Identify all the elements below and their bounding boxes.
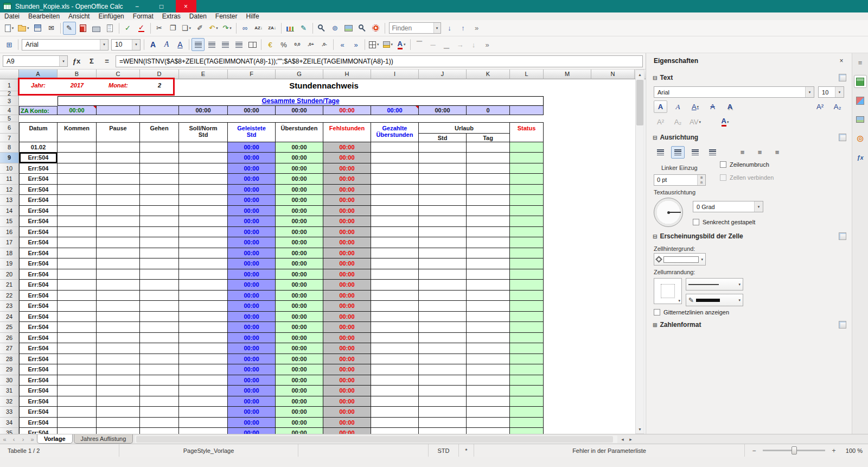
column-header-l[interactable]: L xyxy=(510,70,544,79)
hyperlink-icon[interactable]: ∞ xyxy=(239,22,252,35)
cell-urlaub-tag[interactable] xyxy=(467,206,510,217)
cell-geleistete[interactable]: 00:00 xyxy=(228,185,276,195)
cell-pause[interactable] xyxy=(97,407,140,418)
menu-einfuegen[interactable]: Einfügen xyxy=(94,11,128,21)
row-header[interactable]: 29 xyxy=(0,364,19,375)
cell-fehlstunden[interactable]: 00:00 xyxy=(323,142,371,153)
cell-sum-urlaub-tag[interactable]: 0 xyxy=(467,106,510,115)
cell-gezahlte[interactable] xyxy=(371,364,419,375)
cell-ueberstunden[interactable]: 00:00 xyxy=(276,312,323,323)
cell-urlaub-std[interactable] xyxy=(419,174,467,185)
cell-urlaub-tag[interactable] xyxy=(467,396,510,407)
cell-urlaub-tag[interactable] xyxy=(467,174,510,185)
column-header-e[interactable]: E xyxy=(179,70,228,79)
zoom-out-button[interactable]: − xyxy=(750,447,758,455)
cell-status[interactable] xyxy=(510,280,544,291)
cell-monat-value[interactable]: 2 xyxy=(140,79,179,91)
scroll-down-icon[interactable]: ▼ xyxy=(636,425,644,433)
function-wizard-icon[interactable]: ƒx xyxy=(70,55,83,67)
cell-status[interactable] xyxy=(510,153,544,163)
cell-gezahlte[interactable] xyxy=(371,153,419,163)
italic-button[interactable]: A xyxy=(671,100,685,113)
cell-gezahlte[interactable] xyxy=(371,291,419,301)
row-header[interactable]: 7 xyxy=(0,134,19,142)
header-fehlstunden[interactable]: Fehlstunden xyxy=(323,122,371,142)
cell-ueberstunden[interactable]: 00:00 xyxy=(276,216,323,227)
cell-fehlstunden[interactable]: 00:00 xyxy=(323,237,371,248)
cell-gehen[interactable] xyxy=(140,206,179,217)
cell-fehlstunden[interactable]: 00:00 xyxy=(323,185,371,195)
cell-fehlstunden[interactable]: 00:00 xyxy=(323,312,371,323)
cell-ueberstunden[interactable]: 00:00 xyxy=(276,185,323,195)
cell-datum[interactable]: Err:504 xyxy=(19,163,58,174)
cell-kommen[interactable] xyxy=(58,163,97,174)
maximize-button[interactable]: □ xyxy=(151,0,172,12)
cell-gehen[interactable] xyxy=(140,418,179,428)
cell-urlaub-std[interactable] xyxy=(419,364,467,375)
cell-status[interactable] xyxy=(510,142,544,153)
cell-border-presets-button[interactable]: ▾ xyxy=(654,278,682,304)
cell-fehlstunden[interactable]: 00:00 xyxy=(323,227,371,238)
cell-kommen[interactable] xyxy=(58,322,97,333)
cell-urlaub-std[interactable] xyxy=(419,396,467,407)
row-header[interactable]: 15 xyxy=(0,216,19,227)
cell-urlaub-tag[interactable] xyxy=(467,312,510,323)
cell-monat-label[interactable]: Monat: xyxy=(97,79,140,91)
cell-gehen[interactable] xyxy=(140,386,179,396)
find-toolbar-combo[interactable]: ▾ xyxy=(389,22,441,34)
styles-tab-icon[interactable] xyxy=(854,94,867,107)
draw-functions-icon[interactable]: ✎ xyxy=(297,22,310,35)
cell-ueberstunden[interactable]: 00:00 xyxy=(276,291,323,301)
center-vertical-icon[interactable]: ─ xyxy=(426,38,439,51)
cell-gehen[interactable] xyxy=(140,174,179,185)
header-gehen[interactable]: Gehen xyxy=(140,122,179,142)
cell-soll[interactable] xyxy=(179,396,228,407)
email-icon[interactable]: ✉ xyxy=(45,22,58,35)
cell-pause[interactable] xyxy=(97,396,140,407)
menu-hilfe[interactable]: Hilfe xyxy=(242,11,264,21)
cell-kommen[interactable] xyxy=(58,174,97,185)
menu-format[interactable]: Format xyxy=(129,11,158,21)
cell-ueberstunden[interactable]: 00:00 xyxy=(276,280,323,291)
cell-geleistete[interactable]: 00:00 xyxy=(228,195,276,206)
row-header[interactable]: 4 xyxy=(0,106,19,115)
cell-kommen[interactable] xyxy=(58,291,97,301)
cell-background-color-button[interactable]: ▾ xyxy=(654,253,706,266)
cell-pause[interactable] xyxy=(97,312,140,323)
redo-icon[interactable]: ↷ xyxy=(221,22,234,35)
cell-fehlstunden[interactable]: 00:00 xyxy=(323,418,371,428)
cell-urlaub-tag[interactable] xyxy=(467,301,510,312)
cell-gezahlte[interactable] xyxy=(371,375,419,386)
status-page-style[interactable]: PageStyle_Vorlage xyxy=(119,444,298,457)
cell-geleistete[interactable]: 00:00 xyxy=(228,418,276,428)
cell-gehen[interactable] xyxy=(140,280,179,291)
cell-urlaub-std[interactable] xyxy=(419,185,467,195)
zoom-icon[interactable] xyxy=(356,22,369,35)
find-input[interactable] xyxy=(390,24,433,32)
cell-kommen[interactable] xyxy=(58,185,97,195)
borders-icon[interactable] xyxy=(367,38,381,51)
equals-icon[interactable]: = xyxy=(100,55,113,67)
find-previous-button[interactable]: ↑ xyxy=(457,22,470,35)
cell-sum-geleistete[interactable]: 00:00 xyxy=(228,106,276,115)
cell-ueberstunden[interactable]: 00:00 xyxy=(276,195,323,206)
cell-geleistete[interactable]: 00:00 xyxy=(228,258,276,269)
cell-soll[interactable] xyxy=(179,364,228,375)
cell-fehlstunden[interactable]: 00:00 xyxy=(323,258,371,269)
cell-datum[interactable]: Err:504 xyxy=(19,343,58,354)
functions-tab-icon[interactable]: ƒx xyxy=(854,151,867,164)
cell-ueberstunden[interactable]: 00:00 xyxy=(276,227,323,238)
cell-urlaub-std[interactable] xyxy=(419,354,467,365)
cell-urlaub-tag[interactable] xyxy=(467,375,510,386)
align-center-button[interactable] xyxy=(671,146,685,159)
cell-fehlstunden[interactable]: 00:00 xyxy=(323,206,371,217)
cell-geleistete[interactable]: 00:00 xyxy=(228,364,276,375)
row-header[interactable]: 28 xyxy=(0,354,19,365)
header-geleistete-std[interactable]: GeleisteteStd xyxy=(228,122,276,142)
row-header[interactable]: 19 xyxy=(0,258,19,269)
cell-geleistete[interactable]: 00:00 xyxy=(228,396,276,407)
chevron-down-icon[interactable]: ▾ xyxy=(433,23,441,33)
cell-soll[interactable] xyxy=(179,407,228,418)
cell-datum[interactable]: Err:504 xyxy=(19,354,58,365)
align-bottom-button[interactable]: ≡ xyxy=(770,146,784,159)
